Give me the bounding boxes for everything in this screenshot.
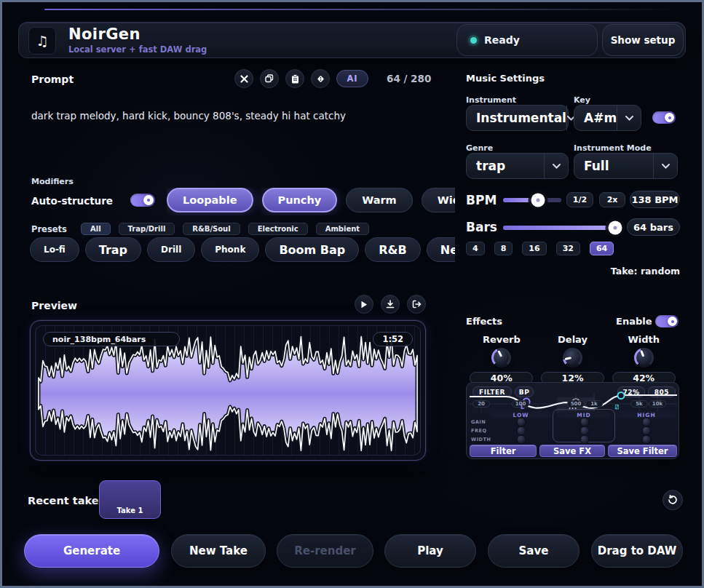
new-take-button[interactable]: New Take bbox=[171, 534, 266, 568]
export-button[interactable] bbox=[407, 295, 426, 314]
preset-r-b[interactable]: R&B bbox=[365, 237, 420, 262]
randomize-prompt-button[interactable] bbox=[311, 69, 330, 88]
export-icon bbox=[412, 300, 422, 309]
show-setup-button[interactable]: Show setup bbox=[602, 24, 684, 56]
bars-option-16[interactable]: 16 bbox=[522, 242, 546, 255]
freq-tick-5k: 5k bbox=[630, 400, 648, 408]
freq-tick-20: 20 bbox=[472, 400, 490, 408]
play-preview-button[interactable] bbox=[355, 295, 373, 314]
dice-icon bbox=[316, 74, 325, 84]
waveform-canvas[interactable]: noir_138bpm_64bars 1:52 bbox=[35, 325, 421, 456]
preview-label: Preview bbox=[31, 300, 77, 311]
bars-option-4[interactable]: 4 bbox=[466, 242, 485, 255]
modifier-chip-wide[interactable]: Wide bbox=[422, 188, 455, 212]
freq-tick-10k: 10k bbox=[649, 400, 666, 408]
instrument-mode-label: Instrument Mode bbox=[574, 143, 652, 153]
chevron-down-icon bbox=[653, 154, 677, 178]
instrument-mode-value: Full bbox=[574, 154, 653, 178]
bar-options: 48163264 bbox=[466, 242, 614, 255]
save-button[interactable]: Save bbox=[488, 534, 580, 568]
preset-phonk[interactable]: Phonk bbox=[201, 237, 259, 262]
ai-assist-button[interactable]: AI bbox=[336, 70, 368, 87]
instrument-mode-select[interactable]: Full bbox=[574, 153, 678, 179]
instrument-value: Instrumental bbox=[467, 106, 566, 130]
preset-row: Lo-fiTrapDrillPhonkBoom BapR&BNeo SoulLa bbox=[30, 236, 455, 263]
reverb-knob[interactable] bbox=[491, 348, 511, 368]
take-card[interactable]: Take 1 bbox=[99, 480, 161, 519]
bpm-slider[interactable] bbox=[503, 198, 561, 202]
key-lock-toggle[interactable] bbox=[652, 111, 676, 124]
bars-option-8[interactable]: 8 bbox=[494, 242, 513, 255]
re-render-button: Re-render bbox=[277, 534, 373, 568]
low-width-knob[interactable] bbox=[517, 435, 526, 445]
preset-drill[interactable]: Drill bbox=[147, 237, 195, 262]
auto-structure-label: Auto-structure bbox=[31, 195, 113, 207]
genre-select[interactable]: trap bbox=[466, 153, 569, 179]
copy-prompt-button[interactable] bbox=[260, 69, 279, 88]
preset-tab-all[interactable]: All bbox=[81, 223, 111, 235]
preset-neo-soul[interactable]: Neo Soul bbox=[427, 237, 455, 262]
modifier-chip-warm[interactable]: Warm bbox=[346, 188, 413, 212]
prompt-label: Prompt bbox=[31, 74, 74, 85]
app-logo: ♫ bbox=[28, 27, 56, 55]
enable-label: Enable bbox=[616, 316, 652, 327]
modifier-chip-punchy[interactable]: Punchy bbox=[262, 188, 338, 212]
take-card-label: Take 1 bbox=[100, 506, 160, 514]
instrument-select[interactable]: Instrumental bbox=[466, 105, 569, 131]
paste-prompt-button[interactable] bbox=[285, 69, 304, 88]
mid-width-knob[interactable] bbox=[580, 435, 590, 445]
genre-value: trap bbox=[467, 154, 544, 178]
auto-structure-toggle[interactable] bbox=[130, 194, 155, 207]
slider-handle[interactable] bbox=[531, 194, 545, 207]
preset-tab-ambient[interactable]: Ambient bbox=[316, 223, 369, 235]
prompt-input[interactable]: dark trap melody, hard kick, bouncy 808'… bbox=[31, 109, 435, 123]
knob-label-reverb: Reverb bbox=[483, 334, 521, 345]
preset-trap[interactable]: Trap bbox=[85, 237, 141, 262]
knob-label-width: Width bbox=[628, 334, 660, 345]
knob-group-delay: Delay12% bbox=[537, 334, 609, 384]
knob-label-delay: Delay bbox=[558, 334, 588, 345]
toggle-knob bbox=[668, 317, 677, 326]
bpm-half-button[interactable]: 1/2 bbox=[566, 192, 593, 207]
bpm-double-button[interactable]: 2x bbox=[599, 192, 625, 207]
eq-node-high[interactable] bbox=[618, 392, 625, 399]
status-label: Ready bbox=[484, 34, 520, 46]
knob-group-reverb: Reverb40% bbox=[466, 334, 537, 384]
clear-prompt-button[interactable] bbox=[234, 69, 253, 88]
bars-label: Bars bbox=[466, 220, 497, 234]
delay-knob[interactable] bbox=[563, 348, 582, 368]
status-badge: Ready bbox=[456, 24, 598, 56]
preset-tab-trap-drill[interactable]: Trap/Drill bbox=[119, 223, 175, 235]
filter-button[interactable]: Filter bbox=[470, 445, 537, 457]
key-select[interactable]: A#m bbox=[574, 105, 641, 131]
refresh-takes-button[interactable] bbox=[663, 490, 683, 510]
effects-enable-toggle[interactable] bbox=[655, 315, 679, 327]
preset-lo-fi[interactable]: Lo-fi bbox=[30, 237, 79, 262]
bars-option-64[interactable]: 64 bbox=[590, 242, 614, 255]
app-subtitle: Local server + fast DAW drag bbox=[68, 44, 207, 55]
slider-fill bbox=[503, 226, 615, 230]
modifier-chip-loopable[interactable]: Loopable bbox=[167, 188, 253, 212]
preset-tab-r-b-soul[interactable]: R&B/Soul bbox=[183, 223, 240, 235]
preset-boom-bap[interactable]: Boom Bap bbox=[265, 237, 359, 262]
freq-tick-1k: 1k bbox=[585, 400, 603, 408]
preset-tabs: AllTrap/DrillR&B/SoulElectronicAmbient bbox=[81, 223, 369, 235]
slider-handle[interactable] bbox=[608, 221, 622, 235]
save-filter-button[interactable]: Save Filter bbox=[608, 445, 677, 457]
bars-slider[interactable] bbox=[503, 226, 620, 230]
save-fx-button[interactable]: Save FX bbox=[539, 445, 605, 457]
download-button[interactable] bbox=[381, 295, 400, 314]
duration-badge: 1:52 bbox=[373, 332, 413, 346]
width-knob[interactable] bbox=[634, 348, 654, 368]
bars-option-32[interactable]: 32 bbox=[556, 242, 580, 255]
high-width-knob[interactable] bbox=[642, 435, 652, 445]
genre-label: Genre bbox=[466, 143, 493, 153]
eq-node-high-marker: ⍁ bbox=[615, 404, 619, 411]
generate-button[interactable]: Generate bbox=[24, 534, 159, 568]
row-label-freq: FREQ bbox=[471, 428, 486, 434]
preset-tab-electronic[interactable]: Electronic bbox=[248, 223, 308, 235]
row-label-width: WIDTH bbox=[471, 437, 491, 442]
play-button[interactable]: Play bbox=[384, 534, 476, 568]
row-label-gain: GAIN bbox=[471, 419, 486, 425]
drag-to-daw-button[interactable]: Drag to DAW bbox=[591, 534, 683, 568]
